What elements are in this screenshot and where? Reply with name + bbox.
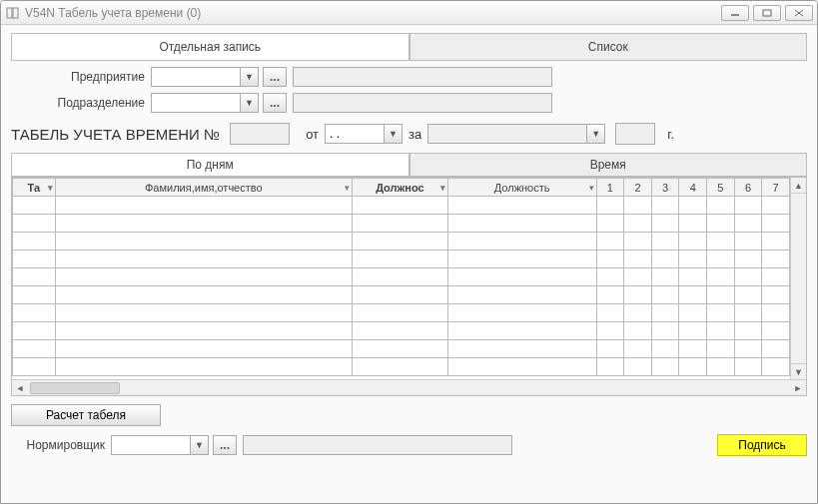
table-cell[interactable]	[734, 322, 762, 340]
table-cell[interactable]	[447, 197, 596, 215]
department-combo[interactable]: ▼	[151, 93, 259, 113]
filter-icon[interactable]: ▾	[589, 183, 594, 193]
table-cell[interactable]	[651, 233, 679, 251]
chevron-down-icon[interactable]: ▼	[241, 93, 259, 113]
table-cell[interactable]	[624, 268, 652, 286]
department-lookup-button[interactable]: ...	[263, 93, 287, 113]
table-row[interactable]	[13, 286, 790, 304]
scroll-thumb[interactable]	[30, 382, 120, 394]
col-day-2[interactable]: 2	[624, 179, 652, 197]
table-row[interactable]	[13, 358, 790, 376]
table-cell[interactable]	[734, 215, 762, 233]
table-cell[interactable]	[651, 251, 679, 268]
table-cell[interactable]	[762, 215, 790, 233]
table-cell[interactable]	[596, 197, 624, 215]
table-cell[interactable]	[762, 322, 790, 340]
table-cell[interactable]	[353, 304, 448, 322]
table-cell[interactable]	[353, 358, 448, 376]
table-cell[interactable]	[624, 215, 652, 233]
scroll-down-icon[interactable]: ▼	[791, 363, 806, 379]
chevron-down-icon[interactable]: ▼	[241, 67, 259, 87]
table-cell[interactable]	[762, 268, 790, 286]
normalizer-input[interactable]	[111, 435, 191, 455]
normalizer-combo[interactable]: ▼	[111, 435, 209, 455]
table-row[interactable]	[13, 322, 790, 340]
department-input[interactable]	[151, 93, 241, 113]
table-cell[interactable]	[447, 358, 596, 376]
table-cell[interactable]	[651, 215, 679, 233]
table-cell[interactable]	[624, 251, 652, 268]
table-cell[interactable]	[707, 215, 735, 233]
table-cell[interactable]	[596, 251, 624, 268]
table-cell[interactable]	[679, 233, 707, 251]
table-cell[interactable]	[447, 286, 596, 304]
table-cell[interactable]	[707, 233, 735, 251]
table-cell[interactable]	[624, 286, 652, 304]
month-for-combo[interactable]: ▼	[427, 124, 605, 144]
enterprise-combo[interactable]: ▼	[151, 67, 259, 87]
table-cell[interactable]	[353, 322, 448, 340]
calc-timesheet-button[interactable]: Расчет табеля	[11, 404, 161, 426]
table-cell[interactable]	[762, 197, 790, 215]
table-cell[interactable]	[734, 358, 762, 376]
col-day-3[interactable]: 3	[651, 179, 679, 197]
table-cell[interactable]	[707, 322, 735, 340]
col-day-4[interactable]: 4	[679, 179, 707, 197]
table-cell[interactable]	[707, 340, 735, 358]
tab-list[interactable]: Список	[409, 33, 808, 60]
table-cell[interactable]	[762, 358, 790, 376]
table-cell[interactable]	[679, 286, 707, 304]
table-cell[interactable]	[353, 215, 448, 233]
table-cell[interactable]	[762, 251, 790, 268]
table-cell[interactable]	[353, 340, 448, 358]
horizontal-scrollbar[interactable]: ◄ ►	[12, 379, 806, 395]
table-cell[interactable]	[707, 358, 735, 376]
year-field[interactable]	[615, 123, 655, 145]
table-row[interactable]	[13, 340, 790, 358]
table-cell[interactable]	[734, 233, 762, 251]
col-day-1[interactable]: 1	[596, 179, 624, 197]
table-cell[interactable]	[734, 251, 762, 268]
table-cell[interactable]	[55, 268, 353, 286]
table-cell[interactable]	[734, 304, 762, 322]
table-cell[interactable]	[13, 286, 56, 304]
minimize-button[interactable]	[721, 5, 749, 21]
table-cell[interactable]	[679, 197, 707, 215]
chevron-down-icon[interactable]: ▼	[587, 124, 605, 144]
table-row[interactable]	[13, 215, 790, 233]
table-cell[interactable]	[447, 268, 596, 286]
table-cell[interactable]	[679, 322, 707, 340]
table-cell[interactable]	[734, 197, 762, 215]
table-cell[interactable]	[13, 251, 56, 268]
table-cell[interactable]	[55, 358, 353, 376]
table-cell[interactable]	[447, 340, 596, 358]
table-cell[interactable]	[55, 251, 353, 268]
scroll-up-icon[interactable]: ▲	[791, 178, 806, 194]
normalizer-lookup-button[interactable]: ...	[213, 435, 237, 455]
filter-icon[interactable]: ▾	[440, 183, 445, 193]
table-row[interactable]	[13, 197, 790, 215]
col-position-code[interactable]: Должнос▾	[353, 179, 448, 197]
enterprise-lookup-button[interactable]: ...	[263, 67, 287, 87]
subtab-time[interactable]: Время	[409, 153, 808, 176]
table-cell[interactable]	[13, 215, 56, 233]
table-cell[interactable]	[447, 233, 596, 251]
maximize-button[interactable]	[753, 5, 781, 21]
chevron-down-icon[interactable]: ▼	[191, 435, 209, 455]
filter-icon[interactable]: ▾	[48, 183, 53, 193]
table-cell[interactable]	[596, 304, 624, 322]
table-cell[interactable]	[762, 233, 790, 251]
chevron-down-icon[interactable]: ▼	[385, 124, 403, 144]
table-cell[interactable]	[55, 322, 353, 340]
table-cell[interactable]	[651, 286, 679, 304]
table-cell[interactable]	[762, 286, 790, 304]
table-row[interactable]	[13, 304, 790, 322]
table-cell[interactable]	[707, 268, 735, 286]
table-cell[interactable]	[679, 215, 707, 233]
table-cell[interactable]	[13, 197, 56, 215]
table-cell[interactable]	[707, 251, 735, 268]
table-cell[interactable]	[596, 286, 624, 304]
table-cell[interactable]	[55, 215, 353, 233]
table-cell[interactable]	[55, 197, 353, 215]
col-day-7[interactable]: 7	[762, 179, 790, 197]
